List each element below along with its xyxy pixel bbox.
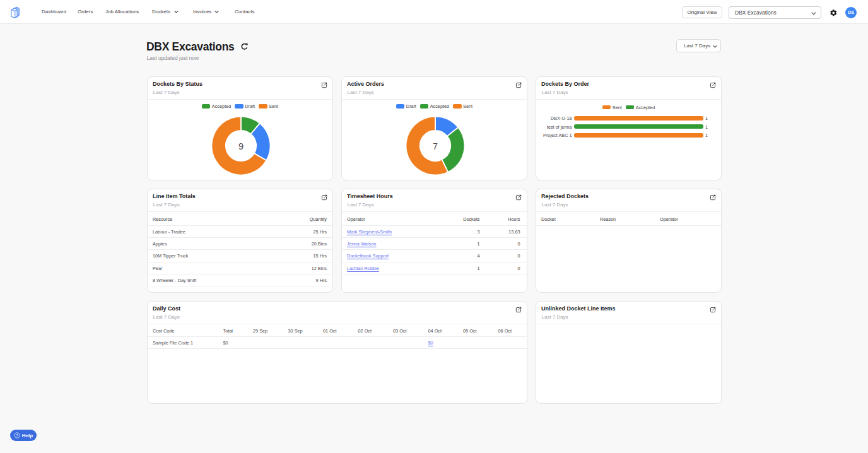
svg-text:9: 9 (238, 141, 243, 151)
svg-text:7: 7 (432, 141, 437, 151)
svg-text:?: ? (16, 433, 18, 437)
